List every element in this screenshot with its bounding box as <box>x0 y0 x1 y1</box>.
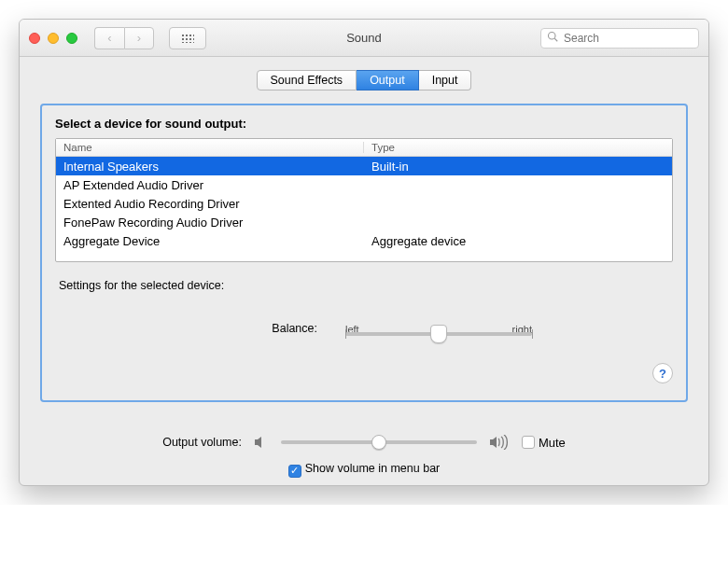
footer: Output volume: Mute ✓Show volume in menu… <box>20 428 708 485</box>
tab-bar: Sound Effects Output Input <box>40 70 688 91</box>
help-area: ? <box>55 363 673 383</box>
close-window-button[interactable] <box>29 33 40 44</box>
back-button[interactable]: ‹ <box>94 27 124 49</box>
device-name: FonePaw Recording Audio Driver <box>56 216 364 230</box>
minimize-window-button[interactable] <box>48 33 59 44</box>
device-row[interactable]: Internal Speakers Built-in <box>56 157 672 175</box>
device-name: Aggregate Device <box>56 234 364 248</box>
device-name: AP Extended Audio Driver <box>56 178 364 192</box>
device-row[interactable]: AP Extended Audio Driver <box>56 175 672 194</box>
chevron-right-icon: › <box>137 31 141 45</box>
speaker-max-icon <box>488 435 511 450</box>
grid-icon <box>181 34 194 43</box>
settings-label: Settings for the selected device: <box>59 279 673 292</box>
content-area: Sound Effects Output Input Select a devi… <box>20 57 708 428</box>
search-icon <box>547 31 558 45</box>
show-all-button[interactable] <box>169 27 206 49</box>
menubar-label: Show volume in menu bar <box>305 462 441 475</box>
search-field[interactable] <box>540 28 699 49</box>
volume-row: Output volume: Mute <box>40 432 688 453</box>
chevron-left-icon: ‹ <box>107 31 111 45</box>
output-panel: Select a device for sound output: Name T… <box>40 104 688 402</box>
menubar-checkbox[interactable]: ✓ <box>288 465 301 478</box>
volume-label: Output volume: <box>162 436 242 449</box>
forward-button[interactable]: › <box>124 27 154 49</box>
device-name: Extented Audio Recording Driver <box>56 197 364 211</box>
window-controls <box>29 33 77 44</box>
menubar-row: ✓Show volume in menu bar <box>40 462 688 478</box>
device-type: Aggregate device <box>364 234 672 248</box>
mute-checkbox[interactable] <box>522 436 535 449</box>
device-row[interactable]: FonePaw Recording Audio Driver <box>56 213 672 231</box>
slider-tick <box>532 329 533 339</box>
device-name: Internal Speakers <box>56 160 364 174</box>
device-type: Built-in <box>364 160 672 174</box>
device-list[interactable]: Name Type Internal Speakers Built-in AP … <box>55 138 673 262</box>
sound-prefs-window: ‹ › Sound Sound Effects Output Input Sel… <box>19 19 709 486</box>
balance-slider[interactable]: left right <box>345 324 532 352</box>
tab-input[interactable]: Input <box>419 70 472 91</box>
svg-point-0 <box>549 33 556 40</box>
nav-buttons: ‹ › <box>94 27 154 49</box>
search-input[interactable] <box>562 31 706 46</box>
balance-thumb[interactable] <box>430 325 447 343</box>
mute-label: Mute <box>539 436 566 450</box>
help-icon: ? <box>659 367 666 381</box>
tab-output[interactable]: Output <box>357 70 419 91</box>
volume-slider[interactable] <box>281 432 477 453</box>
tab-sound-effects[interactable]: Sound Effects <box>257 70 357 91</box>
panel-heading: Select a device for sound output: <box>55 117 673 131</box>
balance-row: Balance: left right <box>55 305 673 352</box>
show-in-menubar-control[interactable]: ✓Show volume in menu bar <box>288 462 441 475</box>
device-list-header: Name Type <box>56 139 672 157</box>
column-header-name[interactable]: Name <box>56 142 364 153</box>
slider-tick <box>345 329 346 339</box>
device-row[interactable]: Extented Audio Recording Driver <box>56 194 672 213</box>
balance-label: Balance: <box>196 322 317 335</box>
help-button[interactable]: ? <box>652 363 673 383</box>
column-header-type[interactable]: Type <box>364 142 672 153</box>
device-row[interactable]: Aggregate Device Aggregate device <box>56 231 672 250</box>
mute-control[interactable]: Mute <box>522 436 566 450</box>
zoom-window-button[interactable] <box>66 33 77 44</box>
speaker-min-icon <box>253 435 270 450</box>
titlebar: ‹ › Sound <box>20 20 708 57</box>
svg-line-1 <box>554 38 557 41</box>
volume-thumb[interactable] <box>371 435 386 450</box>
